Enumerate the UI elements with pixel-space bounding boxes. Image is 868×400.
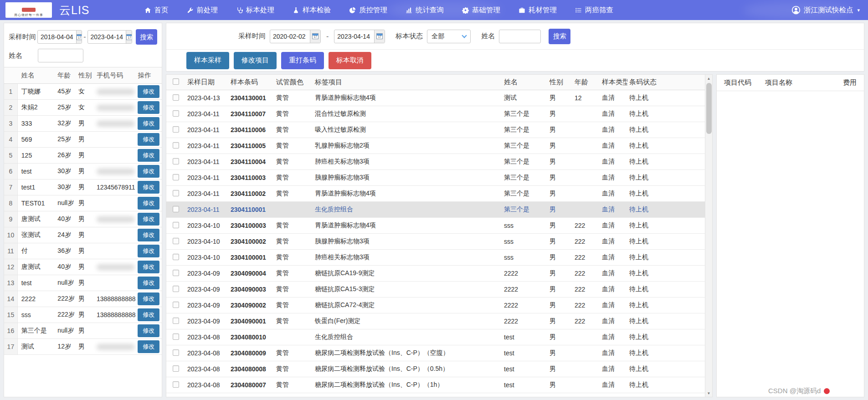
edit-button[interactable]: 修改 xyxy=(138,324,159,337)
sample-cancel-button[interactable]: 标本取消 xyxy=(329,52,371,69)
sample-status-select[interactable]: 全部 xyxy=(427,30,471,43)
edit-button[interactable]: 修改 xyxy=(138,261,159,273)
patient-row[interactable]: 3 333 32岁 男 修改 xyxy=(4,116,162,132)
row-checkbox[interactable] xyxy=(173,110,179,117)
row-checkbox[interactable] xyxy=(173,238,179,244)
patient-row[interactable]: 8 TEST01 null岁 男 修改 xyxy=(4,195,162,211)
edit-button[interactable]: 修改 xyxy=(138,340,159,353)
sample-row[interactable]: 2023-04-09 2304090003 黄管 糖链抗原CA15-3测定 22… xyxy=(166,282,705,297)
app-logo[interactable]: 用心做好每一件事 xyxy=(5,2,52,18)
sample-row[interactable]: 2023-04-10 2304100002 黄管 胰腺肿瘤标志物3项 sss 男… xyxy=(166,234,705,250)
row-checkbox[interactable] xyxy=(173,190,179,196)
edit-button[interactable]: 修改 xyxy=(138,165,159,178)
row-checkbox[interactable] xyxy=(173,381,179,388)
edit-button[interactable]: 修改 xyxy=(138,308,159,321)
sample-search-button[interactable]: 搜索 xyxy=(549,29,570,44)
edit-button[interactable]: 修改 xyxy=(138,229,159,241)
sample-row[interactable]: 2023-04-09 2304090004 黄管 糖链抗原CA19-9测定 22… xyxy=(166,266,705,282)
edit-button[interactable]: 修改 xyxy=(138,101,159,114)
nav-item-flask[interactable]: 样本检验 xyxy=(293,5,331,15)
sample-row[interactable]: 2023-04-08 2304080010 生化质控组合 test 男 血清 待… xyxy=(166,329,705,345)
sample-row[interactable]: 2023-04-09 2304090002 黄管 糖链抗原CA72-4测定 22… xyxy=(166,297,705,313)
patient-name-input[interactable] xyxy=(38,49,83,62)
calendar-picker-button[interactable]: 17 xyxy=(126,31,132,43)
scroll-up-button[interactable]: ▲ xyxy=(705,75,713,82)
row-checkbox[interactable] xyxy=(173,302,179,308)
date-from-input[interactable]: 2020-02-02 17 xyxy=(270,30,321,43)
sample-row[interactable]: 2023-04-08 2304080006 黄管 糖尿病二项检测释放试验（Ins… xyxy=(166,393,705,397)
sample-row[interactable]: 2023-04-11 2304110006 黄管 吸入性过敏原检测 第三个是 男… xyxy=(166,122,705,138)
row-checkbox[interactable] xyxy=(173,206,179,212)
nav-item-list[interactable]: 两癌筛查 xyxy=(575,5,613,15)
calendar-picker-button[interactable]: 17 xyxy=(310,30,320,43)
reprint-barcode-button[interactable]: 重打条码 xyxy=(281,52,324,69)
row-checkbox[interactable] xyxy=(173,158,179,164)
edit-button[interactable]: 修改 xyxy=(138,277,159,289)
row-checkbox[interactable] xyxy=(173,270,179,276)
sample-row[interactable]: 2023-04-11 2304110002 黄管 胃肠道肿瘤标志物4项 第三个是… xyxy=(166,186,705,202)
sample-row[interactable]: 2023-04-10 2304100001 黄管 肺癌相关标志物3项 sss 男… xyxy=(166,250,705,266)
select-all-checkbox[interactable] xyxy=(173,78,179,85)
patient-row[interactable]: 14 2222 222岁 男 13888888888 修改 xyxy=(4,291,162,307)
patient-row[interactable]: 17 测试 12岁 男 修改 xyxy=(4,339,162,355)
patient-row[interactable]: 9 唐测试 40岁 男 修改 xyxy=(4,211,162,227)
sample-collect-button[interactable]: 样本采样 xyxy=(186,52,229,69)
patient-row[interactable]: 1 丁晓娜 45岁 女 修改 xyxy=(4,84,162,100)
sample-name-input[interactable] xyxy=(499,30,541,43)
patient-row[interactable]: 4 569 25岁 男 修改 xyxy=(4,132,162,148)
patient-row[interactable]: 7 test1 30岁 男 12345678911 修改 xyxy=(4,179,162,195)
patient-row[interactable]: 12 唐测试 40岁 男 修改 xyxy=(4,259,162,275)
edit-button[interactable]: 修改 xyxy=(138,245,159,257)
row-checkbox[interactable] xyxy=(173,142,179,149)
nav-item-home[interactable]: 首页 xyxy=(144,5,169,15)
edit-button[interactable]: 修改 xyxy=(138,85,159,98)
sample-row[interactable]: 2023-04-11 2304110003 黄管 胰腺肿瘤标志物3项 第三个是 … xyxy=(166,170,705,186)
patient-row[interactable]: 2 朱娟2 25岁 女 修改 xyxy=(4,100,162,116)
row-checkbox[interactable] xyxy=(173,349,179,356)
sample-row[interactable]: 2023-04-10 2304100003 黄管 胃肠道肿瘤标志物4项 sss … xyxy=(166,218,705,234)
patient-row[interactable]: 13 test null岁 男 修改 xyxy=(4,275,162,291)
row-checkbox[interactable] xyxy=(173,286,179,292)
row-checkbox[interactable] xyxy=(173,222,179,228)
scrollbar-thumb[interactable] xyxy=(706,83,712,134)
row-checkbox[interactable] xyxy=(173,254,179,260)
calendar-picker-button[interactable]: 17 xyxy=(374,30,385,43)
nav-item-briefcase[interactable]: 耗材管理 xyxy=(519,5,557,15)
patient-row[interactable]: 10 张测试 24岁 男 修改 xyxy=(4,227,162,243)
edit-button[interactable]: 修改 xyxy=(138,133,159,146)
edit-button[interactable]: 修改 xyxy=(138,117,159,130)
user-menu[interactable]: 浙江测试快检点 ▾ xyxy=(791,5,860,15)
sample-row[interactable]: 2023-04-11 2304110004 黄管 肺癌相关标志物3项 第三个是 … xyxy=(166,154,705,170)
sample-row[interactable]: 2023-04-13 2304130001 黄管 胃肠道肿瘤标志物4项 测试 男… xyxy=(166,90,705,106)
sample-row[interactable]: 2023-04-08 2304080007 黄管 糖尿病二项检测释放试验（Ins… xyxy=(166,377,705,393)
scroll-down-button[interactable]: ▼ xyxy=(705,390,713,397)
sample-row[interactable]: 2023-04-08 2304080008 黄管 糖尿病二项检测释放试验（Ins… xyxy=(166,361,705,377)
nav-item-bar-chart[interactable]: 统计查询 xyxy=(406,5,444,15)
nav-item-wrench[interactable]: 前处理 xyxy=(187,5,218,15)
sample-row[interactable]: 2023-04-11 2304110001 生化质控组合 第三个是 男 血清 待… xyxy=(166,202,705,218)
calendar-picker-button[interactable]: 17 xyxy=(76,31,82,43)
edit-button[interactable]: 修改 xyxy=(138,181,159,194)
vertical-scrollbar[interactable]: ▲ ▼ xyxy=(705,75,712,397)
edit-button[interactable]: 修改 xyxy=(138,149,159,162)
date-from-input[interactable]: 2018-04-04 17 xyxy=(37,30,82,44)
sample-row[interactable]: 2023-04-11 2304110007 黄管 混合性过敏原检测 第三个是 男… xyxy=(166,106,705,122)
modify-project-button[interactable]: 修改项目 xyxy=(234,52,277,69)
sample-row[interactable]: 2023-04-08 2304080009 黄管 糖尿病二项检测释放试验（Ins… xyxy=(166,345,705,361)
row-checkbox[interactable] xyxy=(173,318,179,324)
date-to-input[interactable]: 2023-04-14 17 xyxy=(87,30,132,44)
patient-row[interactable]: 6 test 30岁 男 修改 xyxy=(4,164,162,179)
edit-button[interactable]: 修改 xyxy=(138,197,159,210)
nav-item-pie-chart[interactable]: 质控管理 xyxy=(349,5,387,15)
date-to-input[interactable]: 2023-04-14 17 xyxy=(334,30,385,43)
row-checkbox[interactable] xyxy=(173,333,179,340)
nav-item-stethoscope[interactable]: 标本处理 xyxy=(236,5,274,15)
edit-button[interactable]: 修改 xyxy=(138,213,159,226)
edit-button[interactable]: 修改 xyxy=(138,292,159,305)
patient-row[interactable]: 5 125 26岁 男 修改 xyxy=(4,148,162,164)
patient-search-button[interactable]: 搜索 xyxy=(136,29,157,45)
row-checkbox[interactable] xyxy=(173,174,179,180)
row-checkbox[interactable] xyxy=(173,126,179,133)
sample-row[interactable]: 2023-04-09 2304090001 黄管 铁蛋白(Fer)测定 2222… xyxy=(166,313,705,329)
patient-row[interactable]: 16 第三个是 null岁 男 修改 xyxy=(4,323,162,339)
